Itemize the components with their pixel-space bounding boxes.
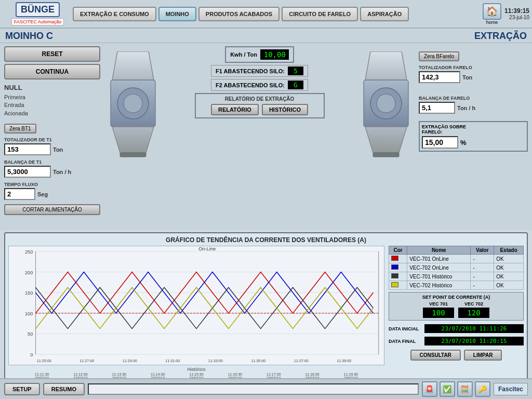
logo-bunge: BÜNGE xyxy=(16,2,60,17)
fascitec-label: Fascitec xyxy=(494,383,528,395)
date: 23-jul-10 xyxy=(504,15,529,20)
reset-button[interactable]: RESET xyxy=(4,46,100,62)
historico-button[interactable]: HISTÓRICO xyxy=(262,104,308,115)
vec701-col: VEC 701 100 xyxy=(423,301,454,318)
totalizador-t1-input[interactable] xyxy=(4,143,51,155)
svg-text:11:29:00: 11:29:00 xyxy=(123,359,137,363)
legend-estado: OK xyxy=(494,263,524,272)
legend-valor: - xyxy=(471,281,494,290)
balanca-t1-unit: Ton / h xyxy=(53,169,71,175)
nav-moinho[interactable]: MOINHO xyxy=(158,7,196,21)
legend-estado: OK xyxy=(494,272,524,281)
zera-bfarelo-button[interactable]: Zera BFarelo xyxy=(419,51,459,61)
chart-canvas: 250 200 150 100 50 0 On-Line 11:25:00 11… xyxy=(8,246,384,365)
f1-silo-value: 5 xyxy=(288,66,303,75)
totalizador-farelo-unit: Ton xyxy=(462,74,472,81)
legend-name: VEC-702 Histórico xyxy=(407,281,471,290)
kwh-label: Kwh / Ton xyxy=(230,51,257,58)
extracao-unit: % xyxy=(460,139,467,147)
calc-icon[interactable]: 🧮 xyxy=(457,381,473,397)
left-machine xyxy=(104,51,162,227)
totalizador-t1-label: TOTALIZADOR DE T1 xyxy=(4,137,100,142)
left-machine-svg xyxy=(104,51,162,161)
data-inicial-row: DATA INICIAL 23/07/2010 11:11:26 xyxy=(389,324,524,333)
historico-axis-label: Histórico xyxy=(9,367,384,372)
legend-color xyxy=(389,255,407,263)
home-area: 🏠 home xyxy=(483,3,501,25)
totalizador-farelo-input[interactable] xyxy=(419,71,460,83)
alert-icon[interactable]: 🚨 xyxy=(422,381,437,397)
kwh-value: 10,00 xyxy=(260,49,289,60)
balanca-farelo-input[interactable] xyxy=(419,102,455,114)
legend-row: VEC-702 OnLine - OK xyxy=(389,263,524,272)
legend-estado: OK xyxy=(494,281,524,290)
legend-valor: - xyxy=(471,263,494,272)
nav-produtos[interactable]: PRODUTOS ACABADOS xyxy=(198,7,280,21)
nav-aspiracao[interactable]: ASPIRAÇÃO xyxy=(360,7,409,21)
totalizador-t1-unit: Ton xyxy=(53,147,63,153)
check-icon[interactable]: ✅ xyxy=(440,381,455,397)
svg-text:11:33:00: 11:33:00 xyxy=(208,359,223,363)
vec701-sp-label: VEC 701 xyxy=(429,301,448,307)
setpoint-row: VEC 701 100 VEC 702 120 xyxy=(391,301,521,318)
svg-rect-5 xyxy=(120,153,146,157)
relatorio-title: RELATÓRIO DE EXTRAÇÃO xyxy=(198,96,322,102)
data-final-row: DATA FINAL 23/07/2010 11:20:15 xyxy=(389,337,524,345)
consultar-button[interactable]: CONSULTAR xyxy=(410,350,461,361)
nav-extracao[interactable]: EXTRAÇÃO E CONSUMO xyxy=(73,7,156,21)
svg-text:100: 100 xyxy=(25,311,33,316)
home-label: home xyxy=(486,20,498,25)
vec701-sp-value: 100 xyxy=(423,308,454,318)
key-icon[interactable]: 🔑 xyxy=(475,381,490,397)
legend-name: VEC-701 Histórico xyxy=(407,272,471,281)
svg-text:11:25:00: 11:25:00 xyxy=(37,359,51,363)
f2-silo-row: F2 ABASTECENDO SILO: G xyxy=(211,79,308,91)
svg-text:11:31:00: 11:31:00 xyxy=(165,359,180,363)
continua-button[interactable]: CONTINUA xyxy=(4,64,100,79)
balanca-t1-input[interactable] xyxy=(4,166,51,178)
nav-circuito[interactable]: CIRCUITO DE FARELO xyxy=(282,7,358,21)
svg-text:11:37:00: 11:37:00 xyxy=(294,359,309,363)
svg-text:11:27:00: 11:27:00 xyxy=(79,359,94,363)
data-final-label: DATA FINAL xyxy=(389,339,422,344)
svg-rect-12 xyxy=(9,246,384,365)
right-panel: Zera BFarelo TOTALIZADOR FARELO Ton BALA… xyxy=(419,46,528,227)
footer-input[interactable] xyxy=(88,383,419,395)
graph-title: GRÁFICO DE TENDÊNCIA DA CORRENTE DOS VEN… xyxy=(8,236,524,244)
relatorio-box: RELATÓRIO DE EXTRAÇÃO RELATÓRIO HISTÓRIC… xyxy=(195,93,325,118)
legend-panel: Cor Nome Valor Estado VEC-701 OnLine - O… xyxy=(389,246,524,376)
resumo-button[interactable]: RESUMO xyxy=(43,383,85,395)
header: BÜNGE FASCITEC Automação EXTRAÇÃO E CONS… xyxy=(0,0,532,29)
legend-col-cor: Cor xyxy=(389,246,407,255)
legend-valor: - xyxy=(471,272,494,281)
relatorio-button[interactable]: RELATÓRIO xyxy=(211,104,259,115)
setpoint-title: SET POINT DE CORRENTE (A) xyxy=(391,295,521,300)
time-display: 11:39:15 23-jul-10 xyxy=(504,7,529,20)
logo-area: BÜNGE FASCITEC Automação xyxy=(3,2,73,25)
legend-estado: OK xyxy=(494,255,524,263)
relatorio-buttons: RELATÓRIO HISTÓRICO xyxy=(198,104,322,115)
status-text: Primeira Entrada Acionada xyxy=(4,94,100,117)
home-icon[interactable]: 🏠 xyxy=(483,3,501,20)
vec702-sp-label: VEC 702 xyxy=(464,301,483,307)
legend-color xyxy=(389,272,407,281)
f2-silo-value: G xyxy=(288,81,303,89)
data-inicial-value: 23/07/2010 11:11:26 xyxy=(424,324,524,333)
zera-bt1-button[interactable]: Zera BT1 xyxy=(4,124,36,134)
tempo-fluxo-input[interactable] xyxy=(4,188,35,200)
extracao-farelo-box: EXTRAÇÃO SOBRE FARELO: % xyxy=(419,121,528,152)
svg-text:On-Line: On-Line xyxy=(198,246,216,251)
extracao-value-input[interactable] xyxy=(422,136,458,149)
legend-row: VEC-701 Histórico - OK xyxy=(389,272,524,281)
graph-content: 250 200 150 100 50 0 On-Line 11:25:00 11… xyxy=(8,246,524,376)
legend-table: Cor Nome Valor Estado VEC-701 OnLine - O… xyxy=(389,246,524,290)
cortar-alimentacao-button[interactable]: CORTAR ALIMENTAÇÃO xyxy=(4,204,100,215)
setup-button[interactable]: SETUP xyxy=(4,383,40,395)
legend-row: VEC-701 OnLine - OK xyxy=(389,255,524,263)
nav-buttons: EXTRAÇÃO E CONSUMO MOINHO PRODUTOS ACABA… xyxy=(73,7,478,21)
limpar-button[interactable]: LIMPAR xyxy=(464,350,502,361)
graph-section: GRÁFICO DE TENDÊNCIA DA CORRENTE DOS VEN… xyxy=(4,232,528,383)
right-machine-svg xyxy=(357,51,415,161)
vec702-col: VEC 702 120 xyxy=(458,301,489,318)
svg-text:11:35:00: 11:35:00 xyxy=(251,359,265,363)
